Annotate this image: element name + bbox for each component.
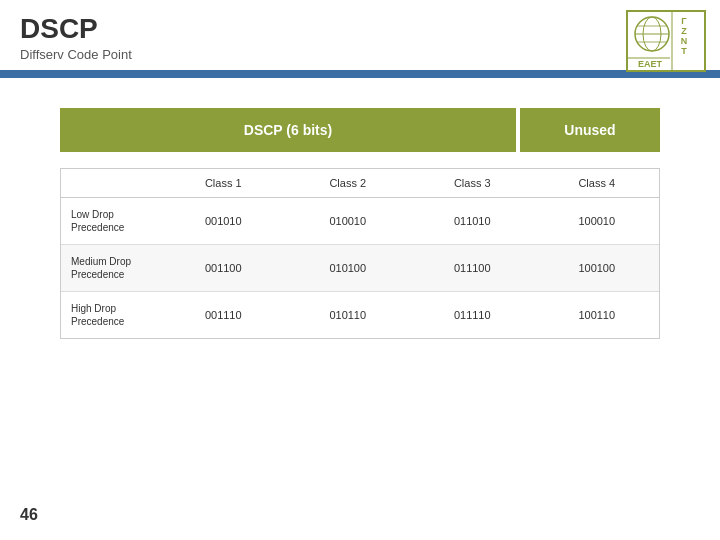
dscp-table: Class 1 Class 2 Class 3 Class 4 Low Drop… bbox=[61, 169, 659, 338]
unused-label: Unused bbox=[520, 108, 660, 152]
row-0-class1: 001010 bbox=[161, 197, 286, 244]
table-row: Low Drop Precedence 001010 010010 011010… bbox=[61, 197, 659, 244]
row-label-1: Medium Drop Precedence bbox=[61, 244, 161, 291]
dscp-table-container: Class 1 Class 2 Class 3 Class 4 Low Drop… bbox=[60, 168, 660, 339]
header: DSCP Diffserv Code Point Γ Ζ Ν Τ ΕΑΕΤ bbox=[0, 0, 720, 62]
table-row: High Drop Precedence 001110 010110 01111… bbox=[61, 291, 659, 338]
row-label-0: Low Drop Precedence bbox=[61, 197, 161, 244]
page-number: 46 bbox=[20, 506, 38, 524]
row-1-class1: 001100 bbox=[161, 244, 286, 291]
main-content: DSCP (6 bits) Unused Class 1 Class 2 Cla… bbox=[0, 78, 720, 359]
row-1-class4: 100100 bbox=[535, 244, 660, 291]
table-row: Medium Drop Precedence 001100 010100 011… bbox=[61, 244, 659, 291]
row-1-class3: 011100 bbox=[410, 244, 535, 291]
svg-text:Ν: Ν bbox=[681, 36, 688, 46]
col-header-label bbox=[61, 169, 161, 198]
svg-text:Ζ: Ζ bbox=[681, 26, 687, 36]
dscp-header-row: DSCP (6 bits) Unused bbox=[60, 108, 660, 152]
page-title: DSCP bbox=[20, 14, 132, 45]
row-0-class3: 011010 bbox=[410, 197, 535, 244]
col-header-class2: Class 2 bbox=[286, 169, 411, 198]
svg-text:Τ: Τ bbox=[681, 46, 687, 56]
title-block: DSCP Diffserv Code Point bbox=[20, 14, 132, 62]
row-2-class3: 011110 bbox=[410, 291, 535, 338]
row-2-class2: 010110 bbox=[286, 291, 411, 338]
svg-text:Γ: Γ bbox=[681, 16, 687, 26]
row-2-class1: 001110 bbox=[161, 291, 286, 338]
row-1-class2: 010100 bbox=[286, 244, 411, 291]
row-2-class4: 100110 bbox=[535, 291, 660, 338]
col-header-class3: Class 3 bbox=[410, 169, 535, 198]
page-subtitle: Diffserv Code Point bbox=[20, 47, 132, 62]
dscp-bits-label: DSCP (6 bits) bbox=[60, 108, 516, 152]
col-header-class4: Class 4 bbox=[535, 169, 660, 198]
row-0-class2: 010010 bbox=[286, 197, 411, 244]
row-label-2: High Drop Precedence bbox=[61, 291, 161, 338]
divider-bar bbox=[0, 70, 720, 78]
logo: Γ Ζ Ν Τ ΕΑΕΤ bbox=[626, 10, 706, 72]
table-header-row: Class 1 Class 2 Class 3 Class 4 bbox=[61, 169, 659, 198]
row-0-class4: 100010 bbox=[535, 197, 660, 244]
col-header-class1: Class 1 bbox=[161, 169, 286, 198]
svg-text:ΕΑΕΤ: ΕΑΕΤ bbox=[638, 59, 663, 69]
